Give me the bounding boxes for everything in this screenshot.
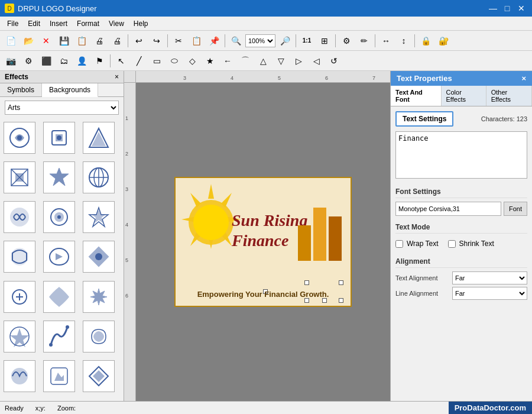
print-preview-button[interactable]: 🖨 [91,33,108,48]
triangle-tool[interactable]: △ [255,53,271,69]
close-file-button[interactable]: ✕ [38,33,54,48]
list-item[interactable] [43,122,75,154]
list-item[interactable] [83,161,115,193]
properties-button[interactable]: ⚙ [338,33,355,48]
list-item[interactable] [83,201,115,233]
wrap-text-checkbox[interactable] [395,240,403,248]
tab-other-effects[interactable]: Other Effects [486,86,532,106]
list-item[interactable] [83,122,115,154]
font-input[interactable] [395,202,501,216]
zoom-out-button[interactable]: 🔎 [277,33,293,48]
lock2-button[interactable]: 🔐 [435,33,452,48]
svg-point-18 [57,215,61,219]
wave-tool[interactable]: ↺ [326,53,342,69]
maximize-button[interactable]: □ [501,2,513,14]
list-item[interactable] [43,321,75,352]
tab-symbols[interactable]: Symbols [0,83,42,96]
list-item[interactable] [83,321,115,352]
list-item[interactable] [43,241,75,273]
select-tool[interactable]: ↖ [113,53,129,69]
effects-close-button[interactable]: × [115,73,119,81]
diamond-tool[interactable]: ◇ [184,53,200,69]
line-alignment-row: Line Alignment Near Center Far [395,287,527,300]
text-properties-close[interactable]: × [521,74,526,83]
list-item[interactable] [4,161,35,193]
text-settings-button[interactable]: Text Settings [395,111,453,127]
alignment-title: Alignment [395,257,527,268]
list-item[interactable] [4,321,35,352]
ruler-mark-v: 1 [125,115,128,121]
print-button[interactable]: 🖨 [109,33,125,48]
paste-button[interactable]: 📌 [206,33,222,48]
ruler-corner [124,71,136,83]
menu-help[interactable]: Help [129,18,153,29]
star-tool[interactable]: ★ [202,53,218,69]
cut-button[interactable]: ✂ [170,33,187,48]
list-item[interactable] [43,281,75,313]
rect-tool[interactable]: ▭ [148,53,165,69]
tab-text-and-font[interactable]: Text And Font [391,86,442,106]
list-item[interactable] [83,241,115,273]
list-item[interactable] [83,281,115,313]
menu-format[interactable]: Format [72,18,104,29]
new-button[interactable]: 📄 [2,33,19,48]
title-bar: D DRPU LOGO Designer — □ ✕ [0,0,532,17]
ruler-mark-v: 3 [125,186,128,192]
font-button[interactable]: Font [504,202,527,216]
list-item[interactable] [4,201,35,233]
canvas[interactable]: Sun Rising Finance [136,83,390,401]
menu-edit[interactable]: Edit [23,18,45,29]
menu-view[interactable]: View [104,18,129,29]
grid-button[interactable]: ⊞ [316,33,333,48]
copy-button[interactable]: 📋 [188,33,205,48]
triangle3-tool[interactable]: ▷ [290,53,307,69]
list-item[interactable] [4,281,35,313]
toolbar-draw: 📷 ⚙ ⬛ 🗂 👤 ⚑ ↖ ╱ ▭ ⬭ ◇ ★ ← ⌒ △ ▽ ▷ ◁ ↺ [0,51,532,71]
ellipse-tool[interactable]: ⬭ [166,53,183,69]
list-item[interactable] [4,360,35,392]
minimize-button[interactable]: — [487,2,499,14]
line-alignment-select[interactable]: Near Center Far [452,287,527,300]
menu-insert[interactable]: Insert [45,18,72,29]
lock-button[interactable]: 🔒 [417,33,434,48]
save-as-button[interactable]: 📋 [73,33,90,48]
tab-backgrounds[interactable]: Backgrounds [42,83,98,97]
zoom-select[interactable]: 100%50%150%200% [245,34,275,47]
flag-button[interactable]: ⚑ [91,53,108,69]
layers-button[interactable]: ⬛ [38,53,54,69]
category-select[interactable]: Arts Nature Business Abstract [5,101,119,115]
triangle2-tool[interactable]: ▽ [273,53,289,69]
wrap-text-label: Wrap Text [407,240,439,248]
camera-button[interactable]: 📷 [2,53,19,69]
arc-tool[interactable]: ◁ [308,53,325,69]
ruler-horizontal: 3 4 5 6 7 [124,71,390,83]
text-alignment-select[interactable]: Near Center Far [452,271,527,284]
open-button[interactable]: 📂 [20,33,37,48]
list-item[interactable] [43,161,75,193]
svg-point-37 [193,205,229,240]
list-item[interactable] [43,201,75,233]
list-item[interactable] [83,360,115,392]
list-item[interactable] [43,360,75,392]
user-button[interactable]: 👤 [73,53,90,69]
menu-file[interactable]: File [2,18,23,29]
shrink-text-checkbox[interactable] [448,240,456,248]
zoom-in-button[interactable]: 🔍 [228,33,244,48]
connect-tool[interactable]: ⌒ [237,53,254,69]
save-button[interactable]: 💾 [56,33,72,48]
settings-button[interactable]: ⚙ [20,53,37,69]
text-content-area[interactable]: Finance [395,131,527,179]
line-tool[interactable]: ╱ [131,53,147,69]
edit-button[interactable]: ✏ [356,33,372,48]
undo-button[interactable]: ↩ [131,33,147,48]
flip-v-button[interactable]: ↕ [395,33,412,48]
copy-style-button[interactable]: 🗂 [56,53,72,69]
arrow-left-tool[interactable]: ← [219,53,236,69]
list-item[interactable] [4,122,35,154]
list-item[interactable] [4,241,35,273]
tab-color-effects[interactable]: Color Effects [442,86,486,106]
redo-button[interactable]: ↪ [148,33,165,48]
close-button[interactable]: ✕ [515,2,527,14]
actual-size-button[interactable]: 1:1 [299,33,315,48]
flip-h-button[interactable]: ↔ [378,33,394,48]
